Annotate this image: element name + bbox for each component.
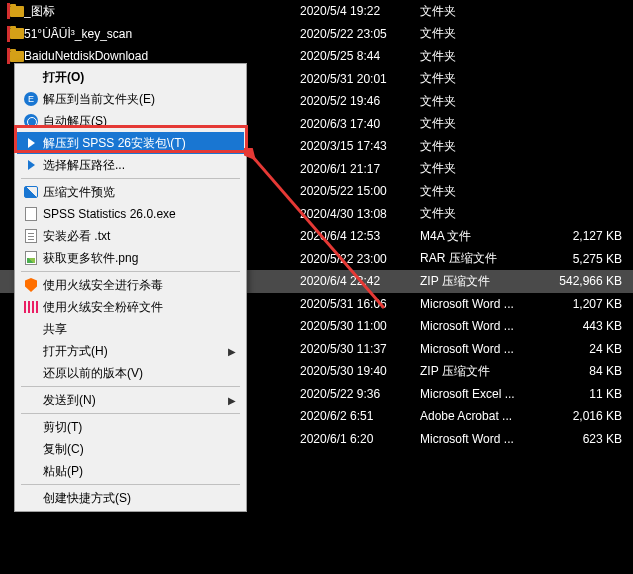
- menu-preview[interactable]: 压缩文件预览: [17, 181, 244, 203]
- file-date: 2020/5/30 11:00: [300, 319, 420, 333]
- file-size: 1,207 KB: [550, 297, 622, 311]
- file-type: Microsoft Excel ...: [420, 387, 550, 401]
- file-date: 2020/6/4 22:42: [300, 274, 420, 288]
- file-type: RAR 压缩文件: [420, 250, 550, 267]
- file-size: 623 KB: [550, 432, 622, 446]
- chevron-right-icon: ▶: [228, 395, 236, 406]
- file-date: 2020/6/4 12:53: [300, 229, 420, 243]
- file-date: 2020/5/31 20:01: [300, 72, 420, 86]
- file-date: 2020/4/30 13:08: [300, 207, 420, 221]
- file-date: 2020/5/22 23:00: [300, 252, 420, 266]
- file-size: 542,966 KB: [550, 274, 622, 288]
- preview-icon: [24, 186, 38, 198]
- file-type: 文件夹: [420, 48, 550, 65]
- extract-here-icon: E: [24, 92, 38, 106]
- file-size: 84 KB: [550, 364, 622, 378]
- file-type: 文件夹: [420, 160, 550, 177]
- menu-open[interactable]: 打开(O): [17, 66, 244, 88]
- menu-restore[interactable]: 还原以前的版本(V): [17, 362, 244, 384]
- file-size: 443 KB: [550, 319, 622, 333]
- menu-file-exe[interactable]: SPSS Statistics 26.0.exe: [17, 203, 244, 225]
- shield-icon: [25, 278, 37, 292]
- arrow-right-icon: [28, 138, 35, 148]
- menu-copy[interactable]: 复制(C): [17, 438, 244, 460]
- file-date: 2020/5/22 23:05: [300, 27, 420, 41]
- file-type: 文件夹: [420, 138, 550, 155]
- file-type: 文件夹: [420, 93, 550, 110]
- file-type: 文件夹: [420, 205, 550, 222]
- file-date: 2020/5/25 8:44: [300, 49, 420, 63]
- file-type: Microsoft Word ...: [420, 297, 550, 311]
- file-type: Adobe Acrobat ...: [420, 409, 550, 423]
- file-icon: [25, 229, 37, 243]
- file-date: 2020/6/1 6:20: [300, 432, 420, 446]
- file-type: 文件夹: [420, 115, 550, 132]
- chevron-right-icon: ▶: [228, 346, 236, 357]
- file-type: Microsoft Word ...: [420, 319, 550, 333]
- gear-icon: [24, 114, 38, 128]
- menu-file-txt[interactable]: 安装必看 .txt: [17, 225, 244, 247]
- file-type: ZIP 压缩文件: [420, 273, 550, 290]
- file-type: 文件夹: [420, 3, 550, 20]
- file-date: 2020/6/2 6:51: [300, 409, 420, 423]
- menu-shred[interactable]: 使用火绒安全粉碎文件: [17, 296, 244, 318]
- file-row[interactable]: 51°ÚÂÛÌ³_key_scan2020/5/22 23:05文件夹: [0, 23, 633, 46]
- context-menu: 打开(O) E解压到当前文件夹(E) 自动解压(S) 解压到 SPSS 26安装…: [14, 63, 247, 512]
- file-type: 文件夹: [420, 25, 550, 42]
- menu-open-with[interactable]: 打开方式(H)▶: [17, 340, 244, 362]
- file-date: 2020/6/3 17:40: [300, 117, 420, 131]
- file-type: 文件夹: [420, 183, 550, 200]
- file-date: 2020/5/30 11:37: [300, 342, 420, 356]
- file-type: ZIP 压缩文件: [420, 363, 550, 380]
- file-date: 2020/5/31 16:06: [300, 297, 420, 311]
- file-name: BaiduNetdiskDownload: [24, 49, 300, 63]
- file-date: 2020/5/30 19:40: [300, 364, 420, 378]
- file-type: 文件夹: [420, 70, 550, 87]
- file-type: Microsoft Word ...: [420, 432, 550, 446]
- file-type: Microsoft Word ...: [420, 342, 550, 356]
- folder-icon: [10, 28, 24, 39]
- menu-send-to[interactable]: 发送到(N)▶: [17, 389, 244, 411]
- file-date: 2020/6/1 21:17: [300, 162, 420, 176]
- menu-shortcut[interactable]: 创建快捷方式(S): [17, 487, 244, 509]
- file-date: 2020/5/2 19:46: [300, 94, 420, 108]
- file-date: 2020/3/15 17:43: [300, 139, 420, 153]
- file-date: 2020/5/22 9:36: [300, 387, 420, 401]
- file-name: 51°ÚÂÛÌ³_key_scan: [24, 27, 300, 41]
- file-type: M4A 文件: [420, 228, 550, 245]
- menu-extract-to[interactable]: 解压到 SPSS 26安装包\(T): [17, 132, 244, 154]
- folder-icon: [10, 6, 24, 17]
- file-date: 2020/5/22 15:00: [300, 184, 420, 198]
- arrow-right-icon: [28, 160, 35, 170]
- menu-auto-extract[interactable]: 自动解压(S): [17, 110, 244, 132]
- file-row[interactable]: _图标2020/5/4 19:22文件夹: [0, 0, 633, 23]
- menu-extract-here[interactable]: E解压到当前文件夹(E): [17, 88, 244, 110]
- folder-icon: [10, 51, 24, 62]
- menu-cut[interactable]: 剪切(T): [17, 416, 244, 438]
- file-icon: [25, 251, 37, 265]
- file-name: _图标: [24, 3, 300, 20]
- menu-choose-path[interactable]: 选择解压路径...: [17, 154, 244, 176]
- menu-paste[interactable]: 粘贴(P): [17, 460, 244, 482]
- file-size: 5,275 KB: [550, 252, 622, 266]
- shred-icon: [24, 301, 38, 313]
- file-size: 24 KB: [550, 342, 622, 356]
- file-size: 11 KB: [550, 387, 622, 401]
- file-size: 2,127 KB: [550, 229, 622, 243]
- menu-share[interactable]: 共享: [17, 318, 244, 340]
- menu-antivirus[interactable]: 使用火绒安全进行杀毒: [17, 274, 244, 296]
- file-date: 2020/5/4 19:22: [300, 4, 420, 18]
- menu-file-png[interactable]: 获取更多软件.png: [17, 247, 244, 269]
- file-icon: [25, 207, 37, 221]
- file-size: 2,016 KB: [550, 409, 622, 423]
